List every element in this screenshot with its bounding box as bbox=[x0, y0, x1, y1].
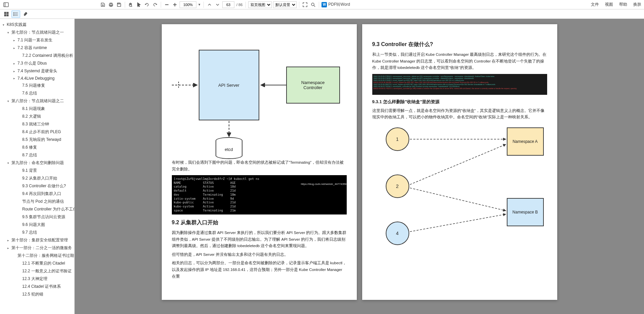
sidebar-toggle-icon[interactable] bbox=[3, 1, 9, 8]
toc-item[interactable]: ▸7.4 Systemd 是硬骨头 bbox=[0, 67, 74, 75]
toc-item[interactable]: 9.5 集群节点访问云资源 bbox=[0, 213, 74, 221]
circle-4: 4 bbox=[386, 222, 409, 245]
toc-item[interactable]: 8.6 修复 bbox=[0, 144, 74, 151]
toc-item[interactable]: 9.4 再次回到集群入口 bbox=[0, 190, 74, 198]
toc-item[interactable]: 7.5 问题修复 bbox=[0, 82, 74, 89]
toc-label: 8.1 问题现象 bbox=[22, 106, 45, 112]
toc-item[interactable]: ▸7.3 什么是 Dbus bbox=[0, 60, 74, 67]
document-viewer[interactable]: API Server Namespace Controller etcd htt… bbox=[75, 19, 644, 314]
toc-item[interactable]: 8.3 就绪三分钟 bbox=[0, 120, 74, 128]
toc-label: 第九部分：命名空间删除问题 bbox=[11, 160, 64, 166]
menu-skin[interactable]: 换肤 bbox=[633, 2, 641, 7]
bg-mode-select[interactable]: 默认背景 bbox=[273, 1, 297, 8]
toc-label: 7.3 什么是 Dbus bbox=[17, 61, 47, 66]
toc-label: 9.1 背景 bbox=[22, 168, 37, 173]
zoom-input[interactable] bbox=[180, 1, 196, 8]
hand-tool-icon[interactable] bbox=[127, 1, 134, 8]
toc-label: 7.5 问题修复 bbox=[22, 83, 45, 88]
toc-arrow-icon: ▸ bbox=[13, 62, 17, 65]
toc-item[interactable]: 8.5 无响应的 Terwayd bbox=[0, 136, 74, 144]
export-icon[interactable] bbox=[100, 1, 106, 8]
svg-rect-13 bbox=[4, 14, 6, 16]
paragraph: 有时候，我们会遇到下图中的问题，即命名空间的状态被标记成了"Terminatin… bbox=[172, 159, 347, 172]
toc-item[interactable]: ▾第九部分：命名空间删除问题 bbox=[0, 159, 74, 167]
toc-arrow-icon: ▾ bbox=[7, 100, 11, 103]
svg-rect-5 bbox=[118, 3, 120, 4]
outline-tab[interactable] bbox=[11, 10, 20, 18]
toc-label: 7.2 容器 runtime bbox=[17, 45, 47, 51]
view-mode-select[interactable]: 双页视图 bbox=[248, 1, 272, 8]
fullscreen-icon[interactable] bbox=[302, 1, 308, 8]
toc-label: 第十二部分：服务网格证书过期问题 bbox=[17, 253, 74, 259]
page-down-icon[interactable] bbox=[214, 1, 221, 8]
toc-item[interactable]: 12.4 Citadel 证书体系 bbox=[0, 283, 74, 290]
toc-item[interactable]: ▾第八部分：节点就绪问题之二 bbox=[0, 97, 74, 105]
toc-item[interactable]: 9.2 从集群入口开始 bbox=[0, 174, 74, 182]
svg-point-20 bbox=[13, 15, 14, 16]
toc-item[interactable]: 9.6 问题大图 bbox=[0, 221, 74, 229]
toc-label: 节点与 Pod 之间的通信 bbox=[22, 199, 64, 204]
toc-item[interactable]: 第十二部分：服务网格证书过期问题 bbox=[0, 252, 74, 260]
toc-item[interactable]: 9.3 Controller 在做什么? bbox=[0, 182, 74, 190]
toc-item[interactable]: ▸7.2 容器 runtime bbox=[0, 44, 74, 52]
zoom-in-icon[interactable] bbox=[172, 1, 178, 8]
toc-item[interactable]: 8.2 大逻辑 bbox=[0, 113, 74, 120]
toc-item[interactable]: 12.3 大神定理 bbox=[0, 275, 74, 283]
log-output: I0622 09:29:36.578063 1 namespaced_resou… bbox=[372, 74, 547, 95]
toc-item[interactable]: 9.7 总结 bbox=[0, 229, 74, 236]
page-input[interactable] bbox=[222, 1, 234, 8]
circle-1: 1 bbox=[386, 127, 409, 151]
section-heading-9-2: 9.2 从集群入口开始 bbox=[172, 219, 347, 226]
pointer-tool-icon[interactable] bbox=[136, 1, 142, 8]
toc-label: 12.3 大神定理 bbox=[22, 276, 47, 282]
rotate-left-icon[interactable] bbox=[144, 1, 150, 8]
toc-label: 7.4 Systemd 是硬骨头 bbox=[17, 68, 57, 74]
toc-item[interactable]: 8.1 问题现象 bbox=[0, 105, 74, 113]
toc-arrow-icon: ▾ bbox=[3, 23, 7, 27]
toc-item[interactable]: 12.2 一般意义上的证书验证 bbox=[0, 267, 74, 275]
toc-item[interactable]: ▾K8S实践篇 bbox=[0, 21, 74, 29]
toc-item[interactable]: 7.2.2 Containerd 调用栈分析 bbox=[0, 52, 74, 60]
architecture-diagram: API Server Namespace Controller etcd bbox=[172, 43, 347, 157]
toc-label: 12.4 Citadel 证书体系 bbox=[22, 284, 61, 289]
print-icon[interactable] bbox=[108, 1, 114, 8]
toc-item[interactable]: 8.7 总结 bbox=[0, 151, 74, 159]
toc-item[interactable]: ▸7.4.4Live Debugging bbox=[0, 75, 74, 82]
menu-view[interactable]: 视图 bbox=[605, 2, 613, 7]
toc-item[interactable]: ▸第十一部分：二分之一活的微服务 bbox=[0, 244, 74, 252]
zoom-out-icon[interactable] bbox=[163, 1, 170, 8]
log-line: E0622 09:36:03.742273 1 namespace_contro… bbox=[374, 87, 546, 89]
toc-item[interactable]: Route Controller 为什么不工作? bbox=[0, 205, 74, 213]
toc-item[interactable]: ▾第七部分：节点就绪问题之一 bbox=[0, 29, 74, 36]
rotate-right-icon[interactable] bbox=[152, 1, 158, 8]
thumbnail-tab[interactable] bbox=[2, 10, 11, 18]
toc-item[interactable]: ▸第十部分：集群安全组配置管理 bbox=[0, 236, 74, 244]
toc-item[interactable]: 8.4 止步不前的 PLEG bbox=[0, 128, 74, 136]
attachment-tab[interactable] bbox=[21, 10, 30, 18]
page-up-icon[interactable] bbox=[206, 1, 213, 8]
toc-item[interactable]: 9.1 背景 bbox=[0, 167, 74, 174]
api-server-box: API Server bbox=[199, 50, 259, 120]
toc-label: 9.7 总结 bbox=[22, 230, 37, 235]
toc-label: K8S实践篇 bbox=[7, 22, 27, 28]
toc-item[interactable]: ▸7.1 问题一直在发生 bbox=[0, 36, 74, 44]
toc-label: 第十一部分：二分之一活的微服务 bbox=[11, 245, 72, 251]
search-icon[interactable] bbox=[310, 1, 316, 8]
toc-label: 9.6 问题大图 bbox=[22, 222, 45, 228]
toc-arrow-icon: ▸ bbox=[13, 77, 17, 80]
page-right: 9.3 Controller 在做什么? 和上一节类似，我们通过开启 Kube … bbox=[362, 24, 557, 300]
toc-arrow-icon: ▸ bbox=[13, 70, 17, 73]
toc-label: 9.5 集群节点访问云资源 bbox=[22, 214, 65, 220]
toc-sidebar[interactable]: ▾K8S实践篇▾第七部分：节点就绪问题之一▸7.1 问题一直在发生▸7.2 容器… bbox=[0, 19, 75, 314]
toc-label: 7.4.4Live Debugging bbox=[17, 76, 54, 81]
save-icon[interactable] bbox=[116, 1, 122, 8]
pdf-to-word-button[interactable]: W PDF转Word bbox=[321, 2, 350, 7]
toc-item[interactable]: 7.6 总结 bbox=[0, 89, 74, 97]
toc-label: 第七部分：节点就绪问题之一 bbox=[11, 30, 64, 35]
toc-item[interactable]: 节点与 Pod 之间的通信 bbox=[0, 198, 74, 205]
menu-file[interactable]: 文件 bbox=[591, 2, 599, 7]
toc-item[interactable]: 12.5 犯的错 bbox=[0, 290, 74, 298]
menu-help[interactable]: 帮助 bbox=[619, 2, 627, 7]
zoom-dropdown-icon[interactable]: ▾ bbox=[198, 2, 201, 7]
toc-item[interactable]: 12.1 不断重启的 Citadel bbox=[0, 260, 74, 267]
